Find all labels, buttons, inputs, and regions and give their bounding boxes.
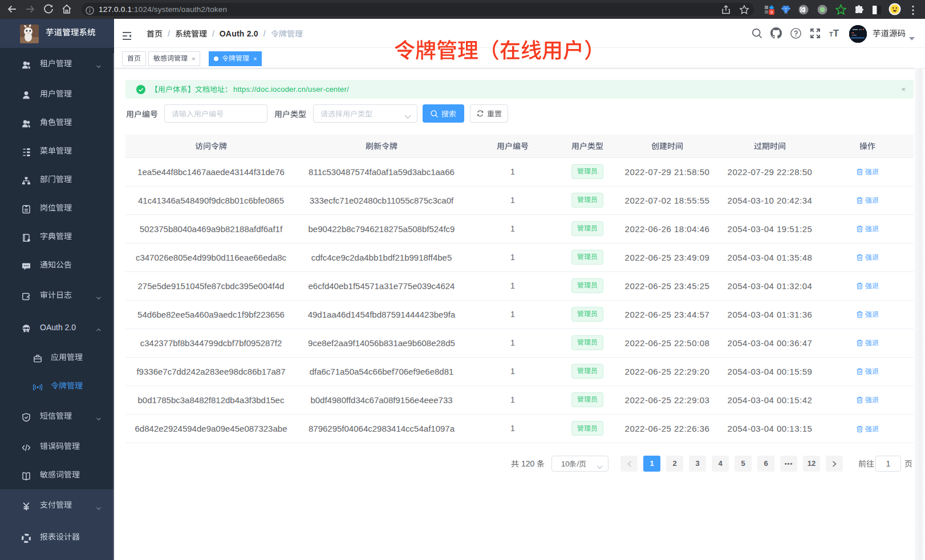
svg-text:9: 9 bbox=[770, 10, 773, 15]
